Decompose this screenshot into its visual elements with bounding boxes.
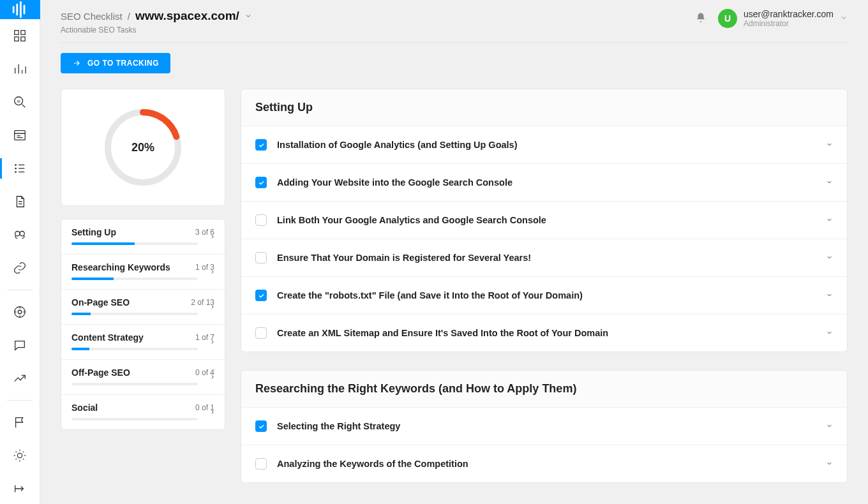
task-row[interactable]: Installation of Google Analytics (and Se… <box>241 126 847 163</box>
nav-audit[interactable] <box>0 218 40 251</box>
chevron-right-icon <box>209 407 216 417</box>
chevron-down-icon <box>840 13 848 24</box>
task-checkbox[interactable] <box>255 177 267 188</box>
task-label: Ensure That Your Domain is Registered fo… <box>277 253 816 263</box>
breadcrumb-root: SEO Checklist <box>61 11 123 22</box>
task-label: Adding Your Website into the Google Sear… <box>277 177 816 188</box>
task-label: Create an XML Sitemap and Ensure It's Sa… <box>277 328 816 338</box>
user-menu[interactable]: U user@ranktracker.com Administrator <box>718 9 848 28</box>
nav-search[interactable]: w <box>0 85 40 119</box>
task-row[interactable]: Create an XML Sitemap and Ensure It's Sa… <box>241 314 847 352</box>
chevron-down-icon[interactable] <box>826 140 833 150</box>
chevron-down-icon[interactable] <box>826 290 833 300</box>
nav-theme[interactable] <box>0 439 40 472</box>
chevron-right-icon <box>209 302 216 312</box>
category-title: Social <box>71 403 98 413</box>
svg-rect-5 <box>21 31 25 34</box>
task-row[interactable]: Selecting the Right Strategy <box>241 408 847 445</box>
task-checkbox[interactable] <box>255 420 267 432</box>
svg-rect-10 <box>15 131 26 140</box>
svg-point-18 <box>17 453 22 457</box>
category-progress <box>71 348 198 350</box>
task-row[interactable]: Ensure That Your Domain is Registered fo… <box>241 239 847 276</box>
task-checkbox[interactable] <box>255 458 267 470</box>
svg-point-17 <box>18 310 22 314</box>
category-progress <box>71 278 198 280</box>
chevron-down-icon[interactable] <box>826 215 833 225</box>
task-sections: Setting UpInstallation of Google Analyti… <box>241 89 848 483</box>
nav-chat[interactable] <box>0 329 40 362</box>
svg-rect-4 <box>15 31 19 34</box>
task-row[interactable]: Adding Your Website into the Google Sear… <box>241 163 847 201</box>
nav-reports[interactable] <box>0 185 40 218</box>
go-to-tracking-label: GO TO TRACKING <box>87 59 159 68</box>
progress-gauge: 20% <box>101 106 184 189</box>
task-label: Analyzing the Keywords of the Competitio… <box>277 459 816 469</box>
chevron-right-icon <box>209 372 216 382</box>
task-label: Create the "robots.txt" File (and Save i… <box>277 290 816 300</box>
svg-rect-6 <box>15 37 19 41</box>
page-subtitle: Actionable SEO Tasks <box>61 26 252 34</box>
category-row[interactable]: Off-Page SEO0 of 4 <box>61 359 225 394</box>
task-label: Selecting the Right Strategy <box>277 421 816 431</box>
task-checkbox[interactable] <box>255 327 267 339</box>
category-progress <box>71 383 198 385</box>
bell-icon[interactable] <box>695 12 707 26</box>
svg-point-11 <box>15 164 17 166</box>
chevron-down-icon[interactable] <box>826 253 833 263</box>
category-title: Researching Keywords <box>71 262 170 272</box>
nav-backlinks[interactable] <box>0 251 40 285</box>
nav-collapse[interactable] <box>0 472 40 504</box>
progress-gauge-panel: 20% <box>61 89 225 206</box>
task-row[interactable]: Link Both Your Google Analytics and Goog… <box>241 201 847 239</box>
svg-point-14 <box>15 232 20 236</box>
app-logo[interactable] <box>0 0 40 19</box>
chevron-right-icon <box>209 267 216 277</box>
nav-trends[interactable] <box>0 362 40 395</box>
chevron-down-icon[interactable] <box>826 421 833 431</box>
section-title: Researching the Right Keywords (and How … <box>241 371 847 408</box>
section-title: Setting Up <box>241 89 847 126</box>
chevron-down-icon[interactable] <box>244 11 252 22</box>
category-title: Off-Page SEO <box>71 367 130 378</box>
task-checkbox[interactable] <box>255 139 267 151</box>
category-progress <box>71 313 198 315</box>
chevron-down-icon[interactable] <box>826 328 833 338</box>
breadcrumb-domain[interactable]: www.spacex.com/ <box>135 9 239 23</box>
category-progress <box>71 418 198 420</box>
user-email: user@ranktracker.com <box>744 9 834 19</box>
category-title: Setting Up <box>71 227 116 237</box>
svg-point-12 <box>15 168 17 170</box>
svg-point-15 <box>20 232 24 236</box>
task-label: Link Both Your Google Analytics and Goog… <box>277 215 816 225</box>
chevron-down-icon[interactable] <box>826 459 833 469</box>
go-to-tracking-button[interactable]: GO TO TRACKING <box>61 53 170 73</box>
svg-rect-1 <box>16 4 18 16</box>
category-row[interactable]: Social0 of 1 <box>61 394 225 429</box>
gauge-percent: 20% <box>101 106 184 189</box>
category-row[interactable]: Setting Up3 of 6 <box>61 219 225 254</box>
nav-flag[interactable] <box>0 406 40 439</box>
chevron-down-icon[interactable] <box>826 177 833 188</box>
breadcrumb: SEO Checklist / www.spacex.com/ <box>61 9 252 23</box>
svg-rect-0 <box>13 6 15 13</box>
nav-analytics[interactable] <box>0 52 40 85</box>
task-checkbox[interactable] <box>255 252 267 263</box>
category-title: On-Page SEO <box>71 297 130 308</box>
category-row[interactable]: Content Strategy1 of 7 <box>61 324 225 359</box>
category-row[interactable]: Researching Keywords1 of 3 <box>61 254 225 289</box>
nav-dashboard[interactable] <box>0 19 40 52</box>
task-checkbox[interactable] <box>255 214 267 226</box>
nav-checklist[interactable] <box>0 152 40 185</box>
task-checkbox[interactable] <box>255 290 267 301</box>
task-section: Researching the Right Keywords (and How … <box>241 370 848 483</box>
task-row[interactable]: Create the "robots.txt" File (and Save i… <box>241 276 847 314</box>
category-list: Setting Up3 of 6Researching Keywords1 of… <box>61 219 225 430</box>
task-row[interactable]: Analyzing the Keywords of the Competitio… <box>241 445 847 482</box>
nav-serp[interactable] <box>0 119 40 152</box>
nav-help[interactable] <box>0 295 40 329</box>
user-role: Administrator <box>744 19 834 28</box>
avatar: U <box>718 9 737 28</box>
category-row[interactable]: On-Page SEO2 of 13 <box>61 289 225 324</box>
task-label: Installation of Google Analytics (and Se… <box>277 140 816 150</box>
